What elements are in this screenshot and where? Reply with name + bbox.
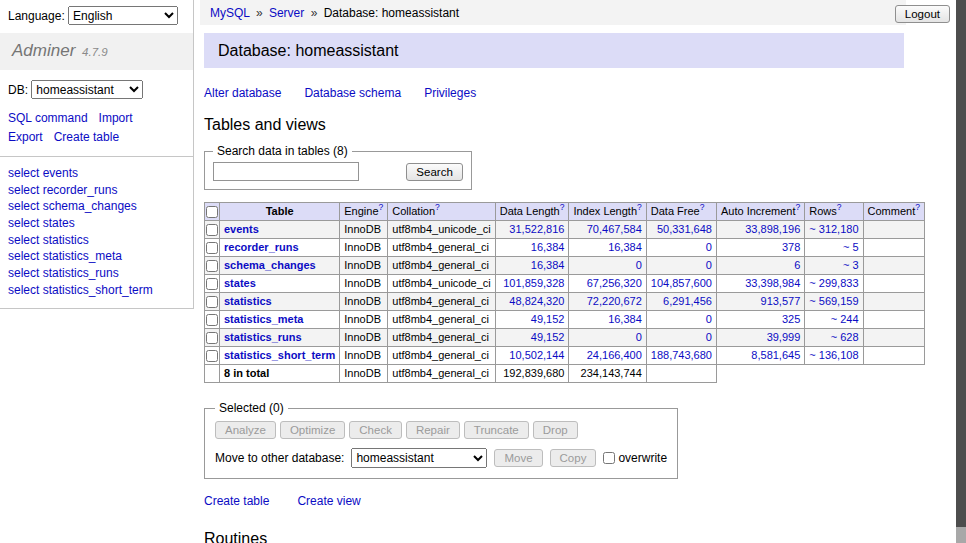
rows-count-link[interactable]: ~ 3 [843,259,859,271]
index-length-link[interactable]: 70,467,584 [587,223,642,235]
logout-button[interactable]: Logout [895,5,950,23]
column-help-link[interactable]: ? [700,203,705,213]
index-length-link[interactable]: 16,384 [608,241,642,253]
sidebar-table-link-select-states[interactable]: select states [8,215,185,232]
data-length-link[interactable]: 16,384 [531,241,565,253]
column-header-index-length[interactable]: Index Length? [569,203,646,221]
drop-button[interactable]: Drop [533,421,578,439]
table-name-link[interactable]: statistics [224,295,272,307]
row-checkbox[interactable] [206,260,218,272]
rows-count-link[interactable]: ~ 569,159 [809,295,858,307]
table-name-link[interactable]: statistics_short_term [224,349,335,361]
auto-increment-link[interactable]: 6 [794,259,800,271]
column-help-link[interactable]: ? [915,203,920,213]
column-help-link[interactable]: ? [637,203,642,213]
rows-count-link[interactable]: ~ 5 [843,241,859,253]
db-select[interactable]: homeassistant [31,80,143,99]
move-db-select[interactable]: homeassistant [351,448,487,468]
rows-count-link[interactable]: ~ 299,833 [809,277,858,289]
row-checkbox[interactable] [206,350,218,362]
rows-count-link[interactable]: ~ 312,180 [809,223,858,235]
row-checkbox[interactable] [206,278,218,290]
overwrite-checkbox[interactable] [603,452,615,464]
column-help-link[interactable]: ? [435,203,440,213]
row-checkbox[interactable] [206,242,218,254]
column-header-auto-increment[interactable]: Auto Increment? [716,203,804,221]
data-length-link[interactable]: 10,502,144 [509,349,564,361]
column-help-link[interactable]: ? [560,203,565,213]
breadcrumb-mysql-link[interactable]: MySQL [210,6,250,20]
sidebar-table-link-select-recorder-runs[interactable]: select recorder_runs [8,182,185,199]
sidebar-link-import[interactable]: Import [99,111,133,125]
data-free-link[interactable]: 0 [706,313,712,325]
db-link-alter-database[interactable]: Alter database [204,86,281,100]
index-length-link[interactable]: 24,166,400 [587,349,642,361]
language-select[interactable]: English [68,6,178,25]
copy-button[interactable]: Copy [550,449,597,467]
auto-increment-link[interactable]: 8,581,645 [751,349,800,361]
breadcrumb-server-link[interactable]: Server [269,6,304,20]
column-header-comment[interactable]: Comment? [863,203,924,221]
index-length-link[interactable]: 16,384 [608,313,642,325]
row-checkbox[interactable] [206,332,218,344]
row-checkbox[interactable] [206,224,218,236]
select-all-checkbox[interactable] [206,206,218,218]
column-help-link[interactable]: ? [796,203,801,213]
column-header-collation[interactable]: Collation? [388,203,495,221]
rows-count-link[interactable]: ~ 244 [831,313,859,325]
scrollbar-thumb[interactable] [956,0,966,527]
sidebar-link-export[interactable]: Export [8,130,43,144]
data-free-link[interactable]: 0 [706,241,712,253]
auto-increment-link[interactable]: 33,898,196 [745,223,800,235]
column-header-table[interactable]: Table [220,203,340,221]
create-link-create-view[interactable]: Create view [297,494,360,508]
data-free-link[interactable]: 0 [706,259,712,271]
index-length-link[interactable]: 72,220,672 [587,295,642,307]
data-length-link[interactable]: 48,824,320 [509,295,564,307]
data-free-link[interactable]: 50,331,648 [657,223,712,235]
auto-increment-link[interactable]: 378 [782,241,800,253]
sidebar-table-link-select-statistics-meta[interactable]: select statistics_meta [8,248,185,265]
column-help-link[interactable]: ? [837,203,842,213]
truncate-button[interactable]: Truncate [464,421,529,439]
table-name-link[interactable]: recorder_runs [224,241,299,253]
vertical-scrollbar[interactable] [956,0,966,543]
search-button[interactable]: Search [406,163,462,181]
row-checkbox[interactable] [206,296,218,308]
sidebar-table-link-select-statistics-short-term[interactable]: select statistics_short_term [8,282,185,299]
column-header-engine[interactable]: Engine? [340,203,388,221]
repair-button[interactable]: Repair [406,421,460,439]
table-name-link[interactable]: statistics_runs [224,331,302,343]
auto-increment-link[interactable]: 325 [782,313,800,325]
table-name-link[interactable]: schema_changes [224,259,316,271]
data-length-link[interactable]: 49,152 [531,313,565,325]
data-length-link[interactable]: 101,859,328 [503,277,564,289]
row-checkbox[interactable] [206,314,218,326]
create-link-create-table[interactable]: Create table [204,494,269,508]
data-length-link[interactable]: 49,152 [531,331,565,343]
db-link-database-schema[interactable]: Database schema [304,86,401,100]
rows-count-link[interactable]: ~ 628 [831,331,859,343]
index-length-link[interactable]: 67,256,320 [587,277,642,289]
check-button[interactable]: Check [349,421,402,439]
data-length-link[interactable]: 31,522,816 [509,223,564,235]
table-name-link[interactable]: states [224,277,256,289]
index-length-link[interactable]: 0 [636,259,642,271]
sidebar-link-create-table[interactable]: Create table [54,130,119,144]
sidebar-link-sql-command[interactable]: SQL command [8,111,88,125]
optimize-button[interactable]: Optimize [280,421,345,439]
data-length-link[interactable]: 16,384 [531,259,565,271]
column-header-data-free[interactable]: Data Free? [646,203,716,221]
data-free-link[interactable]: 6,291,456 [663,295,712,307]
search-input[interactable] [213,162,359,181]
db-link-privileges[interactable]: Privileges [424,86,476,100]
table-name-link[interactable]: events [224,223,259,235]
column-header-rows[interactable]: Rows? [805,203,863,221]
sidebar-table-link-select-events[interactable]: select events [8,165,185,182]
table-name-link[interactable]: statistics_meta [224,313,304,325]
move-button[interactable]: Move [494,449,542,467]
auto-increment-link[interactable]: 913,577 [761,295,801,307]
data-free-link[interactable]: 104,857,600 [651,277,712,289]
analyze-button[interactable]: Analyze [215,421,276,439]
sidebar-table-link-select-statistics-runs[interactable]: select statistics_runs [8,265,185,282]
